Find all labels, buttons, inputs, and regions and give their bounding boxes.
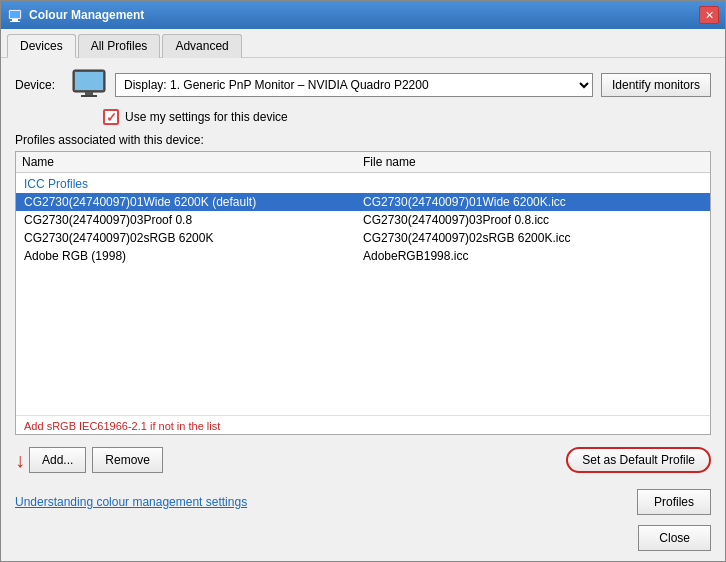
tabs-bar: Devices All Profiles Advanced xyxy=(1,29,725,58)
device-select[interactable]: Display: 1. Generic PnP Monitor – NVIDIA… xyxy=(115,73,593,97)
window-title: Colour Management xyxy=(29,8,144,22)
svg-rect-3 xyxy=(10,11,20,18)
tab-devices[interactable]: Devices xyxy=(7,34,76,58)
device-select-wrapper: Display: 1. Generic PnP Monitor – NVIDIA… xyxy=(115,73,593,97)
svg-rect-7 xyxy=(81,95,97,97)
svg-rect-2 xyxy=(10,21,20,22)
close-window-button[interactable]: ✕ xyxy=(699,6,719,24)
svg-rect-6 xyxy=(85,92,93,95)
profiles-section-label: Profiles associated with this device: xyxy=(15,133,711,147)
profiles-table: Name File name ICC Profiles CG2730(24740… xyxy=(15,151,711,435)
row-file: CG2730(24740097)01Wide 6200K.icc xyxy=(363,195,702,209)
use-settings-checkbox[interactable]: ✓ xyxy=(103,109,119,125)
svg-rect-1 xyxy=(12,19,18,21)
arrow-hint: ↓ Add... Remove xyxy=(15,447,163,473)
row-name: CG2730(24740097)01Wide 6200K (default) xyxy=(24,195,363,209)
row-name: Adobe RGB (1998) xyxy=(24,249,363,263)
tab-all-profiles[interactable]: All Profiles xyxy=(78,34,161,58)
add-button[interactable]: Add... xyxy=(29,447,86,473)
device-label: Device: xyxy=(15,78,63,92)
title-bar-left: Colour Management xyxy=(7,7,144,23)
profiles-section: Profiles associated with this device: Na… xyxy=(15,133,711,435)
row-file: CG2730(24740097)02sRGB 6200K.icc xyxy=(363,231,702,245)
checkmark-icon: ✓ xyxy=(106,111,117,124)
device-row: Device: Display: 1. Generic PnP Monitor … xyxy=(15,68,711,101)
title-bar: Colour Management ✕ xyxy=(1,1,725,29)
col-name-header: Name xyxy=(22,155,363,169)
tab-advanced[interactable]: Advanced xyxy=(162,34,241,58)
row-file: CG2730(24740097)03Proof 0.8.icc xyxy=(363,213,702,227)
row-name: CG2730(24740097)03Proof 0.8 xyxy=(24,213,363,227)
main-content: Device: Display: 1. Generic PnP Monitor … xyxy=(1,58,725,483)
icc-profiles-group: ICC Profiles xyxy=(16,175,710,193)
checkbox-label: Use my settings for this device xyxy=(125,110,288,124)
table-header: Name File name xyxy=(16,152,710,173)
down-arrow-icon: ↓ xyxy=(15,450,25,470)
bottom-right: Profiles xyxy=(637,489,711,515)
close-row: Close xyxy=(1,525,725,561)
table-row[interactable]: Adobe RGB (1998) AdobeRGB1998.icc xyxy=(16,247,710,265)
monitor-icon xyxy=(71,68,107,101)
col-file-header: File name xyxy=(363,155,704,169)
checkbox-row: ✓ Use my settings for this device xyxy=(103,109,711,125)
svg-rect-5 xyxy=(75,72,103,90)
bottom-row: Understanding colour management settings… xyxy=(1,483,725,525)
actions-row: ↓ Add... Remove Set as Default Profile xyxy=(15,447,711,473)
hint-label: Add sRGB IEC61966-2.1 if not in the list xyxy=(24,420,220,432)
table-row[interactable]: CG2730(24740097)02sRGB 6200K CG2730(2474… xyxy=(16,229,710,247)
remove-button[interactable]: Remove xyxy=(92,447,163,473)
profiles-button[interactable]: Profiles xyxy=(637,489,711,515)
help-link[interactable]: Understanding colour management settings xyxy=(15,495,247,509)
close-button[interactable]: Close xyxy=(638,525,711,551)
set-default-button[interactable]: Set as Default Profile xyxy=(566,447,711,473)
hint-text: Add sRGB IEC61966-2.1 if not in the list xyxy=(16,415,710,434)
row-file: AdobeRGB1998.icc xyxy=(363,249,702,263)
table-body: ICC Profiles CG2730(24740097)01Wide 6200… xyxy=(16,173,710,415)
table-row[interactable]: CG2730(24740097)01Wide 6200K (default) C… xyxy=(16,193,710,211)
window-icon xyxy=(7,7,23,23)
identify-monitors-button[interactable]: Identify monitors xyxy=(601,73,711,97)
left-buttons: Add... Remove xyxy=(29,447,163,473)
row-name: CG2730(24740097)02sRGB 6200K xyxy=(24,231,363,245)
table-row[interactable]: CG2730(24740097)03Proof 0.8 CG2730(24740… xyxy=(16,211,710,229)
main-window: Colour Management ✕ Devices All Profiles… xyxy=(0,0,726,562)
